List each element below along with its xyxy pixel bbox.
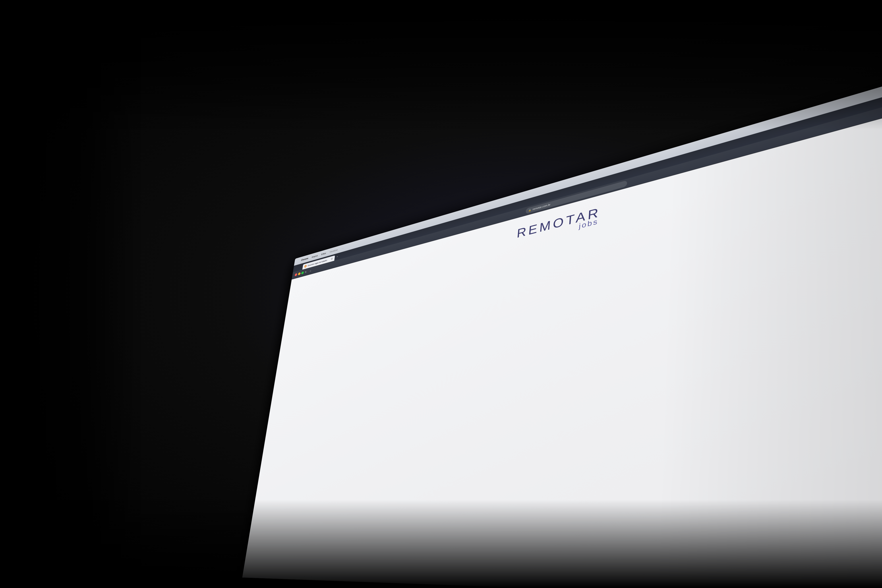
menu-visualizar[interactable]: Visualizar <box>329 248 338 253</box>
tab-favicon: R <box>304 265 307 268</box>
menu-arquivo[interactable]: Arquivo <box>312 254 318 259</box>
tab-close-button[interactable]: × <box>330 258 333 260</box>
home-button[interactable]: ⌂ <box>309 268 312 273</box>
reload-button[interactable]: ↻ <box>304 270 308 274</box>
menu-editar[interactable]: Editar <box>321 252 326 256</box>
bottom-vignette <box>0 500 882 588</box>
lock-icon: 🔒 <box>528 208 531 212</box>
menu-chrome[interactable]: Chrome <box>301 257 308 262</box>
menu-more: ··· <box>341 247 345 250</box>
scene: Chrome Arquivo Editar Visualizar ··· <box>0 0 882 588</box>
new-tab-button[interactable]: + <box>335 254 340 260</box>
